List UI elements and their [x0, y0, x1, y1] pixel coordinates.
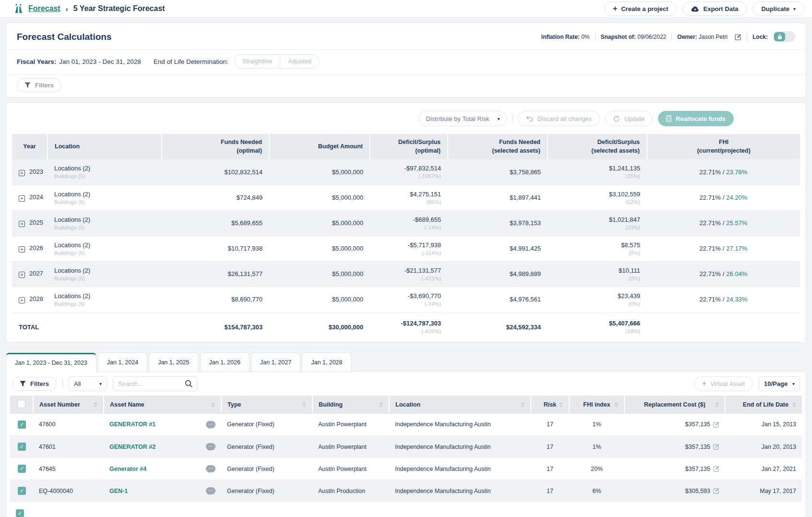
- page-size-select[interactable]: 10/Page ▾: [759, 376, 800, 391]
- edit-cost-icon[interactable]: [713, 421, 719, 428]
- asset-name-link[interactable]: GENERATOR #1: [109, 421, 155, 428]
- sort-icon[interactable]: [614, 402, 618, 407]
- select-all-checkbox[interactable]: [17, 400, 25, 408]
- search-icon[interactable]: [185, 380, 193, 388]
- eol-segmented-control: Straightline Adjusted: [234, 54, 320, 69]
- replacement-cost-value: $357,135: [685, 466, 710, 472]
- asset-type-filter-select[interactable]: All ▾: [69, 376, 107, 391]
- asset-number-cell: 47601: [33, 436, 104, 458]
- asset-number-cell: EQ-4000040: [33, 480, 104, 502]
- edit-cost-icon[interactable]: [713, 488, 719, 494]
- expand-row-icon[interactable]: +: [19, 170, 25, 176]
- comment-icon[interactable]: ⋯: [206, 465, 215, 472]
- expand-row-icon[interactable]: +: [19, 297, 25, 303]
- sort-icon[interactable]: [302, 402, 306, 407]
- filter-funnel-icon: [20, 381, 26, 387]
- col-building[interactable]: Building: [312, 396, 389, 414]
- discard-changes-button[interactable]: Discard all changes: [518, 111, 600, 126]
- fiscal-years-row: Fiscal Years: Jan 01, 2023 - Dec 31, 202…: [6, 50, 806, 74]
- row-checkbox[interactable]: ✓: [18, 443, 26, 451]
- comment-icon[interactable]: ⋯: [206, 443, 215, 450]
- forecast-table-row: +2028 Locations (2) Buildings (5) $8,690…: [12, 287, 800, 312]
- expand-row-icon[interactable]: +: [19, 195, 25, 202]
- risk-cell: 17: [531, 414, 569, 436]
- comment-icon[interactable]: ⋯: [206, 421, 215, 428]
- sort-icon[interactable]: [211, 402, 215, 407]
- expand-row-icon[interactable]: +: [19, 272, 25, 278]
- row-checkbox[interactable]: ✓: [18, 421, 26, 429]
- tab-2027[interactable]: Jan 1, 2027: [251, 352, 300, 372]
- export-data-button[interactable]: Export Data: [682, 1, 747, 16]
- edit-owner-icon[interactable]: [735, 34, 741, 40]
- row-checkbox[interactable]: ✓: [16, 509, 24, 517]
- reallocate-funds-button[interactable]: Reallocate funds: [658, 111, 734, 126]
- col-fhi-index[interactable]: FHI index: [569, 396, 624, 414]
- expand-row-icon[interactable]: +: [19, 246, 25, 252]
- asset-name-link[interactable]: GENERATOR #2: [109, 444, 155, 450]
- risk-cell: 17: [531, 436, 569, 458]
- virtual-asset-button[interactable]: + Virtual Asset: [694, 376, 753, 391]
- sort-icon[interactable]: [94, 402, 97, 407]
- risk-cell: 17: [531, 480, 569, 502]
- col-replacement-cost[interactable]: Replacement Cost ($): [624, 396, 725, 414]
- tab-2024[interactable]: Jan 1, 2024: [98, 352, 147, 372]
- breadcrumb: Forecast › 5 Year Strategic Forecast: [13, 4, 165, 13]
- refresh-icon: [613, 116, 620, 122]
- asset-name-link[interactable]: Generator #4: [109, 466, 146, 472]
- col-type[interactable]: Type: [221, 396, 312, 414]
- asset-number-cell: 47600: [33, 414, 104, 436]
- distribute-dropdown[interactable]: Distribute by Total Risk ▾: [418, 111, 507, 126]
- expand-row-icon[interactable]: +: [19, 221, 25, 227]
- breadcrumb-app-link[interactable]: Forecast: [28, 4, 60, 13]
- col-risk[interactable]: Risk: [531, 396, 569, 414]
- fhi-cell: 22.71%/26.04%: [647, 261, 800, 287]
- sort-icon[interactable]: [792, 402, 796, 407]
- col-end-of-life-date[interactable]: End of Life Date: [725, 396, 802, 414]
- adjusted-option[interactable]: Adjusted: [280, 55, 319, 68]
- search-input[interactable]: [118, 380, 180, 387]
- lock-toggle[interactable]: [773, 31, 795, 42]
- location-cell: Independence Manufacturing Austin: [389, 436, 531, 458]
- buildings-count: Buildings (5): [54, 173, 155, 179]
- edit-cost-icon[interactable]: [713, 466, 719, 472]
- comment-icon[interactable]: ⋯: [206, 487, 215, 494]
- tab-2023[interactable]: Jan 1, 2023 - Dec 31, 2023: [6, 353, 96, 372]
- col-asset-number[interactable]: Asset Number: [33, 396, 104, 414]
- row-checkbox[interactable]: ✓: [18, 487, 26, 495]
- year-value: 2028: [29, 295, 43, 302]
- end-of-life-date-cell: May 17, 2017: [725, 480, 802, 502]
- sort-icon[interactable]: [521, 402, 525, 407]
- row-checkbox[interactable]: ✓: [18, 465, 26, 473]
- forecast-table-toolbar: Distribute by Total Risk ▾ Discard all c…: [6, 103, 806, 134]
- col-asset-name[interactable]: Asset Name: [104, 396, 221, 414]
- tab-2025[interactable]: Jan 1, 2025: [149, 352, 198, 372]
- funds-needed-selected-cell: $4,989,889: [448, 261, 548, 287]
- create-project-button[interactable]: + Create a project: [604, 1, 677, 16]
- sort-icon[interactable]: [559, 402, 563, 407]
- eol-determination-label: End of Life Determination:: [154, 58, 228, 65]
- fhi-cell: 22.71%/27.17%: [647, 236, 800, 261]
- sort-icon[interactable]: [715, 402, 719, 407]
- col-deficit-surplus-selected: Deficit/Surplus(selected assets): [548, 134, 647, 159]
- edit-cost-icon[interactable]: [713, 444, 719, 450]
- buildings-count: Buildings (5): [54, 199, 155, 205]
- col-location[interactable]: Location: [389, 396, 531, 414]
- duplicate-button[interactable]: Duplicate ▾: [752, 1, 804, 16]
- asset-name-link[interactable]: GEN-1: [109, 488, 128, 494]
- update-button[interactable]: Update: [605, 111, 653, 126]
- col-deficit-surplus-optimal: Deficit/Surplus(optimal): [370, 134, 448, 159]
- asset-table-row: ✓ EQ-4000040 GEN-1 ⋯ Generator (Fixed) A…: [10, 480, 802, 502]
- funds-needed-optimal-cell: $8,690,770: [162, 287, 269, 312]
- budget-amount-cell: $5,000,000: [269, 210, 370, 236]
- tab-2026[interactable]: Jan 1, 2026: [200, 352, 250, 372]
- sort-icon[interactable]: [379, 402, 383, 407]
- location-cell: Independence Manufacturing Austin: [389, 480, 531, 502]
- forecast-table-row: +2023 Locations (2) Buildings (5) $102,8…: [12, 159, 800, 185]
- straightline-option[interactable]: Straightline: [235, 55, 280, 68]
- funds-needed-selected-cell: $1,897,441: [448, 185, 548, 210]
- undo-icon: [526, 116, 533, 121]
- filters-button[interactable]: Filters: [17, 78, 61, 92]
- asset-filters-button[interactable]: Filters: [12, 377, 57, 391]
- fhi-cell: 22.71%/24.33%: [647, 287, 800, 312]
- tab-2028[interactable]: Jan 1, 2028: [302, 352, 351, 372]
